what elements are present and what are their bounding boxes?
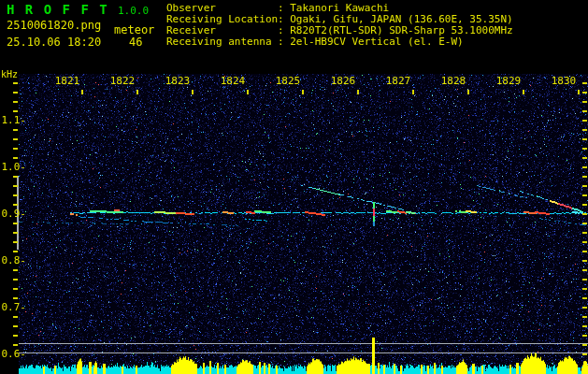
info-row: Receiving antenna: 2el-HB9CV Vertical (e… (166, 36, 464, 48)
app-title: H R O F F T (7, 3, 108, 17)
info-value: 2el-HB9CV Vertical (el. E-W) (290, 36, 463, 48)
time-tick-label: 1821 (53, 75, 81, 87)
datetime-label: 25.10.06 18:20 (7, 36, 101, 49)
freq-tick-label: 0.6- (0, 348, 26, 360)
time-tick-label: 1830 (550, 75, 578, 87)
time-tick-label: 1823 (164, 75, 192, 87)
hrofft-window: H R O F F T 1.0.0 2510061820.png meteor … (0, 0, 588, 374)
time-tick-label: 1827 (384, 75, 412, 87)
info-label: Receiving antenna (166, 36, 278, 48)
time-tick-label: 1826 (329, 75, 357, 87)
output-filename: 2510061820.png (7, 20, 101, 32)
freq-tick-label: 1.1- (0, 114, 26, 126)
freq-tick-label: 1.0- (0, 161, 26, 173)
echo-count: 46 (129, 36, 142, 49)
time-tick-label: 1824 (219, 75, 247, 87)
time-tick-label: 1829 (495, 75, 523, 87)
time-tick-label: 1828 (439, 75, 467, 87)
time-tick-label: 1825 (274, 75, 302, 87)
spectrogram-canvas (0, 0, 588, 374)
mode-label: meteor (114, 24, 154, 36)
freq-tick-label: 0.9- (0, 208, 26, 220)
info-separator: : (278, 36, 290, 48)
freq-unit-label: kHz (1, 70, 18, 80)
freq-tick-label: 0.7- (0, 301, 26, 313)
app-version: 1.0.0 (118, 6, 149, 17)
time-tick-label: 1822 (108, 75, 136, 87)
freq-tick-label: 0.8- (0, 254, 26, 266)
